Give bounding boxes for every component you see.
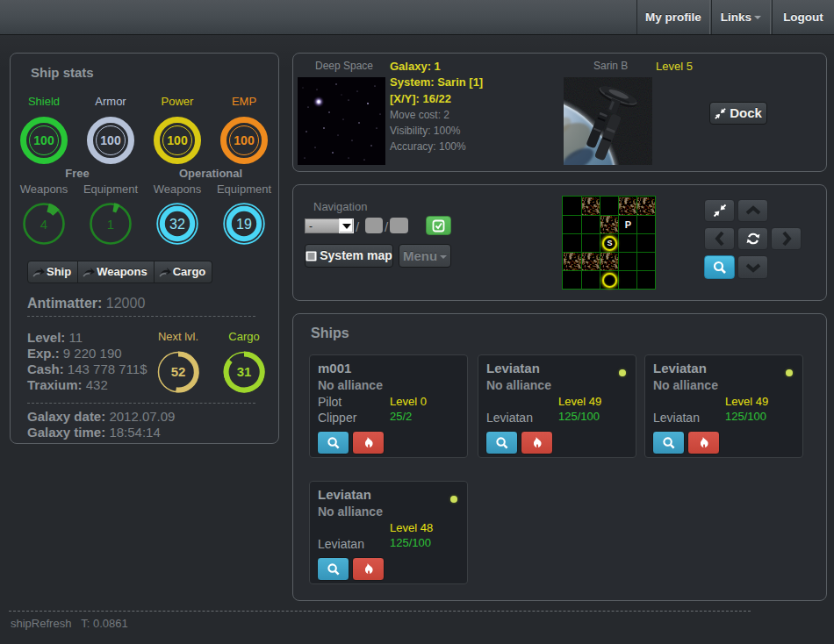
svg-text:4: 4	[40, 217, 47, 232]
svg-text:32: 32	[169, 217, 185, 232]
svg-text:1: 1	[107, 217, 114, 232]
svg-text:52: 52	[171, 364, 186, 379]
svg-text:31: 31	[237, 364, 252, 379]
svg-text:19: 19	[236, 217, 252, 232]
